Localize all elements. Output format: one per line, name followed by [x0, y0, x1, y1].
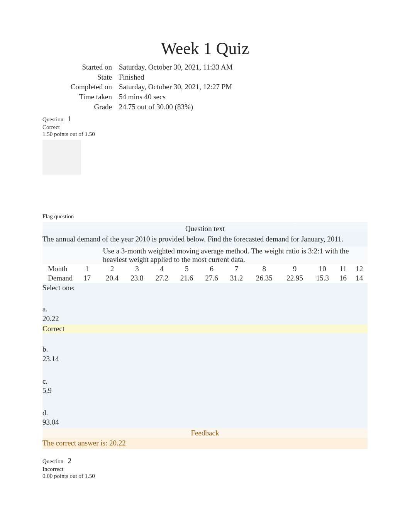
question-prompt: The annual demand of the year 2010 is pr…: [42, 234, 368, 246]
time-taken-value: 54 mins 40 secs: [119, 92, 368, 102]
correct-badge: Correct: [42, 325, 368, 333]
feedback-text: The correct answer is: 20.22: [42, 438, 368, 449]
started-on-label: Started on: [42, 62, 119, 72]
month-cell: 5: [175, 264, 199, 274]
page-title: Week 1 Quiz: [0, 39, 410, 58]
month-row-label: Month: [42, 264, 74, 274]
demand-cell: 17: [74, 274, 100, 283]
question-status: Correct: [42, 124, 60, 130]
option-c-label: c.: [42, 377, 368, 386]
feedback-block: Feedback The correct answer is: 20.22: [42, 428, 368, 449]
table-demand-row: Demand 17 20.4 23.8 27.2 21.6 27.6 31.2 …: [42, 274, 368, 283]
month-cell: 7: [224, 264, 249, 274]
demand-cell: 21.6: [175, 274, 199, 283]
option-b-value: 23.14: [42, 354, 368, 364]
demand-row-label: Demand: [42, 274, 74, 283]
started-on-value: Saturday, October 30, 2021, 11:33 AM: [119, 62, 368, 72]
question-2-meta: Question 2 Incorrect 0.00 points out of …: [42, 457, 368, 479]
flag-placeholder: [42, 140, 81, 175]
feedback-heading: Feedback: [42, 428, 368, 438]
question-1-content: Question text The annual demand of the y…: [42, 222, 368, 246]
month-cell: 6: [199, 264, 224, 274]
month-cell: 12: [351, 264, 368, 274]
month-cell: 3: [125, 264, 149, 274]
time-taken-label: Time taken: [42, 92, 119, 102]
grade-value: 24.75 out of 30.00 (83%): [119, 102, 368, 112]
method-note: Use a 3-month weighted moving average me…: [100, 246, 368, 264]
question-1-meta: Question 1 Correct 1.50 points out of 1.…: [42, 115, 368, 138]
month-cell: 1: [74, 264, 100, 274]
state-label: State: [42, 72, 119, 82]
demand-cell: 27.6: [199, 274, 224, 283]
option-d[interactable]: ○ d. 93.04: [42, 396, 368, 428]
option-d-label: d.: [42, 408, 368, 418]
completed-on-label: Completed on: [42, 82, 119, 92]
option-b-label: b.: [42, 345, 368, 354]
question-label: Question: [42, 116, 63, 123]
month-cell: 10: [310, 264, 335, 274]
month-cell: 2: [100, 264, 124, 274]
demand-cell: 22.95: [280, 274, 310, 283]
option-c[interactable]: ○ c. 5.9: [42, 365, 368, 396]
demand-cell: 26.35: [249, 274, 280, 283]
demand-cell: 20.4: [100, 274, 124, 283]
question-label: Question: [42, 458, 63, 464]
grade-label: Grade: [42, 102, 119, 112]
flag-question-link[interactable]: Flag question: [42, 213, 74, 219]
state-value: Finished: [119, 72, 368, 82]
option-d-value: 93.04: [42, 418, 368, 427]
demand-cell: 15.3: [310, 274, 335, 283]
completed-on-value: Saturday, October 30, 2021, 12:27 PM: [119, 82, 368, 92]
option-a-value: 20.22: [42, 314, 368, 324]
option-a[interactable]: ○ a. 20.22: [42, 293, 368, 325]
table-month-row: Month 1 2 3 4 5 6 7 8 9 10 11 12: [42, 264, 368, 274]
question-status: Incorrect: [42, 466, 63, 472]
month-cell: 9: [280, 264, 310, 274]
select-one-label: Select one:: [42, 283, 368, 293]
option-c-value: 5.9: [42, 386, 368, 396]
demand-cell: 14: [351, 274, 368, 283]
demand-cell: 16: [335, 274, 351, 283]
question-number: 1: [68, 115, 71, 123]
option-a-label: a.: [42, 304, 368, 314]
demand-cell: 23.8: [125, 274, 149, 283]
month-cell: 8: [249, 264, 280, 274]
quiz-summary: Started on Saturday, October 30, 2021, 1…: [42, 62, 368, 112]
question-points: 1.50 points out of 1.50: [42, 131, 95, 137]
demand-cell: 31.2: [224, 274, 249, 283]
question-points: 0.00 points out of 1.50: [42, 473, 95, 479]
question-text-heading: Question text: [42, 223, 368, 234]
month-cell: 11: [335, 264, 351, 274]
data-table: Use a 3-month weighted moving average me…: [42, 246, 368, 283]
question-number: 2: [68, 457, 71, 465]
option-b[interactable]: ○ b. 23.14: [42, 333, 368, 365]
demand-cell: 27.2: [149, 274, 174, 283]
month-cell: 4: [149, 264, 174, 274]
